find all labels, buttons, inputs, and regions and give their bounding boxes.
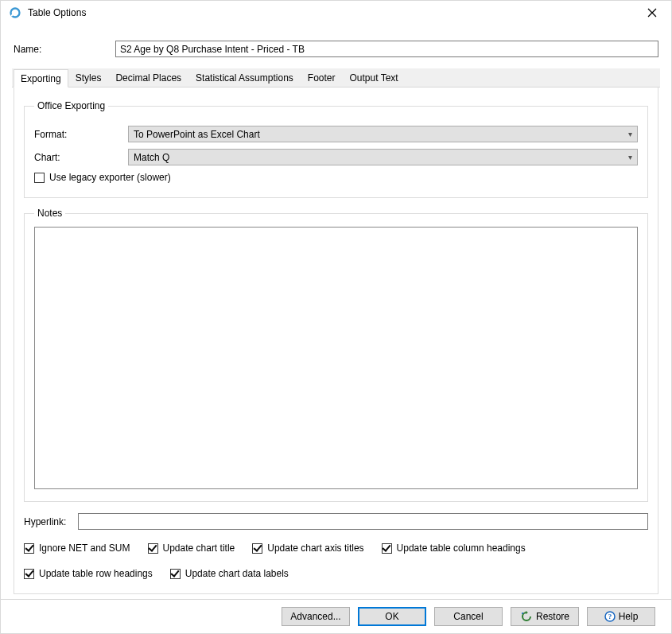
tab-footer[interactable]: Footer bbox=[301, 68, 343, 87]
help-icon: ? bbox=[604, 611, 616, 622]
dialog-content: Name: Exporting Styles Decimal Places St… bbox=[1, 25, 671, 599]
checkbox-label: Ignore NET and SUM bbox=[39, 543, 130, 554]
dialog-window: Table Options Name: Exporting Styles Dec… bbox=[0, 0, 672, 634]
chevron-down-icon: ▾ bbox=[628, 153, 632, 161]
hyperlink-input[interactable] bbox=[78, 513, 648, 530]
app-icon bbox=[9, 6, 21, 19]
tab-body-exporting: Office Exporting Format: To PowerPoint a… bbox=[14, 88, 658, 594]
checkbox-label: Update chart data labels bbox=[185, 568, 289, 579]
checkbox-update-table-row-headings[interactable] bbox=[24, 569, 34, 579]
dialog-footer: Advanced... OK Cancel Restore ? Help bbox=[1, 599, 671, 633]
name-row: Name: bbox=[14, 41, 658, 57]
format-label: Format: bbox=[34, 129, 122, 140]
advanced-button[interactable]: Advanced... bbox=[282, 607, 350, 626]
checkbox-label: Update table column headings bbox=[397, 543, 526, 554]
svg-text:?: ? bbox=[608, 613, 612, 620]
cancel-button[interactable]: Cancel bbox=[434, 607, 503, 626]
window-title: Table Options bbox=[28, 7, 636, 18]
check-grid: Ignore NET and SUM Update chart title Up… bbox=[24, 538, 648, 584]
format-value: To PowerPoint as Excel Chart bbox=[134, 129, 260, 140]
check-update-table-column-headings: Update table column headings bbox=[382, 543, 526, 554]
restore-button[interactable]: Restore bbox=[511, 607, 579, 626]
titlebar: Table Options bbox=[1, 1, 671, 25]
tab-styles[interactable]: Styles bbox=[68, 68, 109, 87]
notes-textarea[interactable] bbox=[34, 227, 638, 489]
check-update-chart-title: Update chart title bbox=[148, 543, 235, 554]
close-button[interactable] bbox=[636, 2, 668, 23]
chart-label: Chart: bbox=[34, 152, 122, 163]
check-update-chart-data-labels: Update chart data labels bbox=[170, 568, 289, 579]
svg-point-1 bbox=[522, 613, 523, 614]
chart-row: Chart: Match Q ▾ bbox=[34, 149, 638, 165]
chevron-down-icon: ▾ bbox=[628, 130, 632, 138]
close-icon bbox=[647, 8, 657, 18]
hyperlink-row: Hyperlink: bbox=[24, 513, 648, 530]
restore-icon bbox=[520, 611, 533, 622]
hyperlink-label: Hyperlink: bbox=[24, 516, 72, 527]
legacy-exporter-row: Use legacy exporter (slower) bbox=[34, 172, 638, 183]
checkbox-update-table-column-headings[interactable] bbox=[382, 543, 392, 554]
group-office-exporting-legend: Office Exporting bbox=[34, 100, 108, 111]
tabstrip: Exporting Styles Decimal Places Statisti… bbox=[12, 68, 660, 88]
checkbox-label: Update chart axis titles bbox=[267, 543, 363, 554]
format-dropdown[interactable]: To PowerPoint as Excel Chart ▾ bbox=[128, 126, 638, 142]
ok-button[interactable]: OK bbox=[358, 607, 426, 626]
check-ignore-net-sum: Ignore NET and SUM bbox=[24, 543, 130, 554]
name-input[interactable] bbox=[115, 41, 658, 57]
tab-statistical-assumptions[interactable]: Statistical Assumptions bbox=[188, 68, 301, 87]
group-office-exporting: Office Exporting Format: To PowerPoint a… bbox=[24, 100, 648, 198]
help-button[interactable]: ? Help bbox=[587, 607, 655, 626]
tab-exporting[interactable]: Exporting bbox=[14, 69, 68, 88]
legacy-exporter-checkbox[interactable] bbox=[34, 173, 45, 183]
checkbox-label: Update chart title bbox=[163, 543, 235, 554]
check-update-table-row-headings: Update table row headings bbox=[24, 568, 153, 579]
name-label: Name: bbox=[14, 44, 109, 55]
chart-dropdown[interactable]: Match Q ▾ bbox=[128, 149, 638, 165]
checkbox-update-chart-axis-titles[interactable] bbox=[252, 543, 262, 554]
checkbox-label: Update table row headings bbox=[39, 568, 153, 579]
checkbox-ignore-net-sum[interactable] bbox=[24, 543, 34, 554]
checkbox-update-chart-title[interactable] bbox=[148, 543, 158, 554]
chart-value: Match Q bbox=[134, 152, 169, 163]
tab-decimal-places[interactable]: Decimal Places bbox=[108, 68, 188, 87]
group-notes-legend: Notes bbox=[34, 208, 65, 219]
format-row: Format: To PowerPoint as Excel Chart ▾ bbox=[34, 126, 638, 142]
check-update-chart-axis-titles: Update chart axis titles bbox=[252, 543, 363, 554]
tab-output-text[interactable]: Output Text bbox=[343, 68, 406, 87]
group-notes: Notes bbox=[24, 208, 648, 502]
checkbox-update-chart-data-labels[interactable] bbox=[170, 569, 181, 579]
legacy-exporter-label: Use legacy exporter (slower) bbox=[49, 172, 171, 183]
